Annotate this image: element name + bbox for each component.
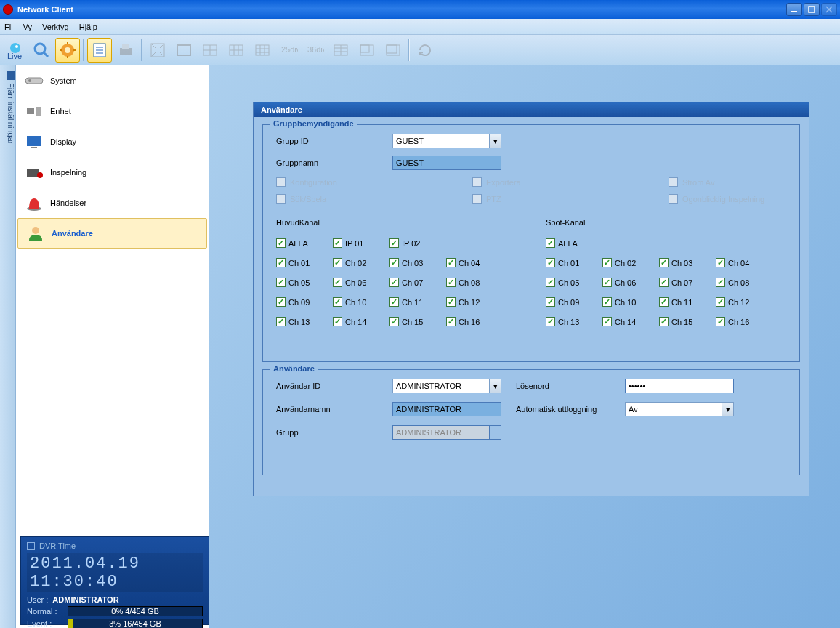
- losenord-input[interactable]: ••••••: [625, 379, 734, 393]
- svg-rect-40: [360, 45, 369, 52]
- toolbar-25div[interactable]: 25div: [276, 38, 301, 63]
- svg-rect-41: [387, 45, 400, 55]
- huvud-ch05-check[interactable]: Ch 05: [276, 278, 327, 287]
- huvud-alla-check[interactable]: ALLA: [276, 238, 327, 248]
- huvud-ch07-check[interactable]: Ch 07: [389, 278, 440, 287]
- toolbar-refresh-button[interactable]: [413, 38, 437, 63]
- svg-rect-42: [387, 45, 397, 53]
- spot-ch10-check[interactable]: Ch 10: [602, 297, 653, 307]
- menu-hjalp[interactable]: Hjälp: [79, 23, 97, 31]
- sidebar-item-handelser[interactable]: Händelser: [16, 188, 209, 218]
- grupp-id-select[interactable]: GUEST ▾: [392, 134, 501, 148]
- svg-line-6: [44, 52, 48, 57]
- huvud-ch03-check[interactable]: Ch 03: [389, 258, 440, 267]
- spotkanal-label: Spot-Kanal: [546, 218, 786, 227]
- huvud-ch12-check[interactable]: Ch 12: [446, 297, 497, 307]
- title-bar: Network Client: [0, 0, 840, 19]
- spot-ch11-check[interactable]: Ch 11: [659, 297, 710, 307]
- sidebar-item-display[interactable]: Display: [16, 126, 209, 157]
- huvud-ch13-check[interactable]: Ch 13: [276, 317, 327, 326]
- huvud-ch08-check[interactable]: Ch 08: [446, 278, 497, 287]
- toolbar-grid2[interactable]: [198, 38, 222, 63]
- svg-rect-43: [25, 78, 43, 84]
- anvandar-id-select[interactable]: ADMINISTRATOR ▾: [392, 379, 501, 393]
- svg-text:25div: 25div: [281, 45, 298, 54]
- huvud-ch11-check[interactable]: Ch 11: [389, 297, 440, 307]
- app-logo-icon: [3, 4, 13, 15]
- toolbar-live-button[interactable]: Live: [3, 38, 28, 63]
- svg-rect-28: [256, 45, 269, 55]
- side-tab-indicator-icon: [7, 71, 15, 80]
- wrench-icon: [24, 72, 44, 89]
- huvud-ip02-check[interactable]: IP 02: [389, 238, 440, 248]
- toolbar-grid7[interactable]: [381, 38, 405, 63]
- toolbar-grid6[interactable]: [355, 38, 379, 63]
- spot-ch07-check[interactable]: Ch 07: [659, 278, 710, 287]
- dvr-time-checkbox[interactable]: [27, 542, 35, 550]
- sidebar-item-inspelning[interactable]: Inspelning: [16, 157, 209, 188]
- huvud-ch16-check[interactable]: Ch 16: [446, 317, 497, 326]
- spot-ch01-check[interactable]: Ch 01: [546, 258, 597, 267]
- spot-ch06-check[interactable]: Ch 06: [602, 278, 653, 287]
- close-button[interactable]: [821, 3, 837, 16]
- svg-point-52: [32, 227, 39, 234]
- normal-bar: 0% 4/454 GB: [68, 606, 203, 616]
- event-bar: 3% 16/454 GB: [68, 619, 203, 628]
- toolbar-expand-button[interactable]: [145, 38, 170, 63]
- spot-ch13-check[interactable]: Ch 13: [546, 317, 597, 326]
- svg-rect-1: [809, 7, 815, 12]
- huvud-ch01-check[interactable]: Ch 01: [276, 258, 327, 267]
- spot-ch16-check[interactable]: Ch 16: [716, 317, 767, 326]
- auto-logout-select[interactable]: Av ▾: [625, 402, 734, 416]
- sidebar-item-anvandare[interactable]: Användare: [17, 218, 207, 249]
- grupp-button[interactable]: [490, 425, 501, 440]
- window-title: Network Client: [17, 5, 786, 14]
- svg-point-44: [28, 79, 31, 82]
- sidebar-item-system[interactable]: System: [16, 65, 209, 96]
- huvud-ch02-check[interactable]: Ch 02: [333, 258, 384, 267]
- spot-ch14-check[interactable]: Ch 14: [602, 317, 653, 326]
- spot-ch12-check[interactable]: Ch 12: [716, 297, 767, 307]
- spot-ch04-check[interactable]: Ch 04: [716, 258, 767, 267]
- svg-rect-48: [31, 147, 37, 148]
- toolbar-grid5[interactable]: [328, 38, 353, 63]
- toolbar-36div[interactable]: 36div: [302, 38, 327, 63]
- gruppnamn-input[interactable]: GUEST: [392, 156, 501, 170]
- maximize-button[interactable]: [804, 3, 820, 16]
- toolbar-settings-button[interactable]: [55, 38, 80, 63]
- minimize-button[interactable]: [786, 3, 802, 16]
- toolbar-grid3[interactable]: [224, 38, 249, 63]
- side-tab-label: Fjärr inställningar: [0, 83, 15, 144]
- toolbar-doc-button[interactable]: [87, 38, 112, 63]
- spot-ch03-check[interactable]: Ch 03: [659, 258, 710, 267]
- perm-export-checkbox: Exportera: [472, 177, 581, 187]
- spot-ch08-check[interactable]: Ch 08: [716, 278, 767, 287]
- menu-verktyg[interactable]: Verktyg: [42, 23, 69, 31]
- huvud-ch06-check[interactable]: Ch 06: [333, 278, 384, 287]
- spot-ch15-check[interactable]: Ch 15: [659, 317, 710, 326]
- toolbar-print-button[interactable]: [113, 38, 138, 63]
- huvud-ch04-check[interactable]: Ch 04: [446, 258, 497, 267]
- huvud-ip01-check[interactable]: IP 01: [333, 238, 384, 248]
- huvud-ch14-check[interactable]: Ch 14: [333, 317, 384, 326]
- spot-ch02-check[interactable]: Ch 02: [602, 258, 653, 267]
- side-tab[interactable]: Fjärr inställningar: [0, 65, 16, 628]
- group-legend: Gruppbemyndigande: [270, 119, 357, 128]
- menu-vy[interactable]: Vy: [23, 23, 32, 31]
- huvud-ch15-check[interactable]: Ch 15: [389, 317, 440, 326]
- toolbar-grid4[interactable]: [250, 38, 275, 63]
- device-icon: [24, 102, 44, 120]
- svg-point-8: [65, 47, 70, 53]
- spot-ch09-check[interactable]: Ch 09: [546, 297, 597, 307]
- anvandarnamn-input[interactable]: ADMINISTRATOR: [392, 402, 501, 416]
- spot-ch05-check[interactable]: Ch 05: [546, 278, 597, 287]
- sidebar-item-enhet[interactable]: Enhet: [16, 96, 209, 126]
- menu-fil[interactable]: Fil: [4, 23, 13, 31]
- anvandar-id-label: Användar ID: [276, 382, 392, 390]
- toolbar-grid1[interactable]: [171, 38, 196, 63]
- huvud-ch09-check[interactable]: Ch 09: [276, 297, 327, 307]
- huvud-ch10-check[interactable]: Ch 10: [333, 297, 384, 307]
- svg-rect-47: [27, 136, 41, 146]
- spot-alla-check[interactable]: ALLA: [546, 238, 597, 248]
- toolbar-search-button[interactable]: [29, 38, 54, 63]
